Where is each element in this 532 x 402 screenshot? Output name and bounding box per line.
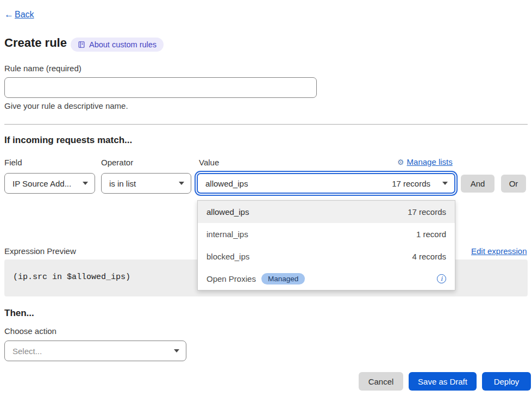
page-title: Create rule	[4, 36, 67, 50]
option-records: 4 records	[412, 252, 446, 261]
and-button[interactable]: And	[461, 175, 495, 193]
field-label: Field	[4, 158, 22, 167]
option-name: Open Proxies	[206, 274, 256, 283]
rule-name-input[interactable]	[4, 77, 317, 98]
about-custom-rules-link[interactable]: About custom rules	[71, 38, 164, 52]
chevron-down-icon	[179, 182, 184, 185]
action-select-placeholder: Select...	[12, 347, 42, 356]
manage-lists-link[interactable]: ⚙ Manage lists	[397, 157, 453, 166]
operator-label: Operator	[101, 158, 133, 167]
operator-select-value: is in list	[109, 179, 136, 188]
operator-select[interactable]: is in list	[101, 173, 191, 194]
dropdown-option-blocked-ips[interactable]: blocked_ips 4 records	[198, 245, 455, 268]
about-custom-rules-label: About custom rules	[89, 40, 157, 49]
value-select[interactable]: allowed_ips 17 records	[197, 173, 455, 194]
manage-lists-label: Manage lists	[407, 157, 453, 166]
expression-preview-label: Expression Preview	[4, 246, 76, 256]
edit-expression-link[interactable]: Edit expression	[471, 246, 527, 256]
option-name: allowed_ips	[206, 207, 249, 217]
choose-action-label: Choose action	[4, 326, 57, 336]
value-select-records: 17 records	[392, 179, 430, 188]
value-select-value: allowed_ips	[205, 179, 248, 188]
chevron-down-icon	[442, 182, 448, 185]
option-name: blocked_ips	[206, 252, 249, 261]
save-as-draft-button[interactable]: Save as Draft	[409, 372, 477, 391]
rule-name-helper: Give your rule a descriptive name.	[4, 101, 128, 110]
expression-code: (ip.src in $allowed_ips)	[13, 273, 130, 282]
then-section-heading: Then...	[4, 308, 34, 319]
deploy-button[interactable]: Deploy	[482, 372, 531, 391]
option-records: 1 record	[416, 230, 446, 239]
value-dropdown-panel: allowed_ips 17 records internal_ips 1 re…	[197, 200, 455, 290]
chevron-down-icon	[83, 182, 88, 185]
action-select[interactable]: Select...	[4, 341, 186, 361]
gear-icon: ⚙	[397, 158, 404, 166]
dropdown-option-allowed-ips[interactable]: allowed_ips 17 records	[198, 201, 455, 223]
section-divider	[4, 124, 528, 125]
dropdown-option-internal-ips[interactable]: internal_ips 1 record	[198, 223, 455, 245]
chevron-down-icon	[174, 349, 179, 352]
back-arrow-icon: ←	[4, 9, 14, 20]
book-icon	[78, 41, 85, 48]
value-label: Value	[199, 158, 219, 167]
option-name: internal_ips	[206, 230, 248, 239]
cancel-button[interactable]: Cancel	[359, 372, 403, 391]
or-button[interactable]: Or	[501, 175, 526, 193]
option-records: 17 records	[408, 207, 446, 217]
back-label: Back	[15, 10, 34, 20]
field-select[interactable]: IP Source Add...	[4, 173, 95, 194]
dropdown-option-open-proxies[interactable]: Open Proxies Managed i	[198, 268, 455, 290]
rule-name-label: Rule name (required)	[4, 64, 82, 73]
managed-badge: Managed	[261, 273, 305, 285]
field-select-value: IP Source Add...	[12, 179, 71, 188]
create-rule-page: ← Back Create rule About custom rules Ru…	[0, 0, 532, 402]
info-icon[interactable]: i	[437, 274, 446, 283]
match-section-heading: If incoming requests match...	[4, 135, 132, 146]
back-link[interactable]: ← Back	[4, 9, 34, 20]
